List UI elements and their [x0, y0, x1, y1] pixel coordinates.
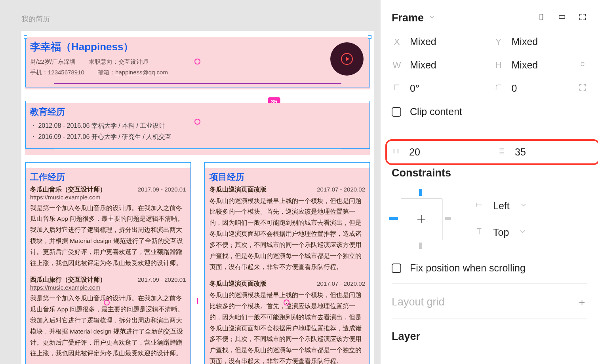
- job1-link[interactable]: https://music.example.com: [30, 194, 101, 201]
- two-column-row[interactable]: 工作经历 冬瓜山音乐（交互设计师） 2017.09 - 2020.01 http…: [21, 168, 374, 364]
- y-label: Y: [493, 37, 504, 47]
- frame-dropdown[interactable]: Frame: [392, 12, 436, 24]
- job2-body: 我是第一个加入冬瓜山音乐的设计师。在我加入之前冬瓜山音乐 App 问题很多，最主…: [30, 293, 186, 359]
- gender-age-loc: 男/22岁/广东深圳: [30, 58, 76, 65]
- proj2-title: 冬瓜山巡演页面改版: [209, 280, 267, 288]
- job1-head: 冬瓜山音乐（交互设计师） 2017.09 - 2020.01: [30, 186, 186, 194]
- education-title: 教育经历: [30, 106, 365, 118]
- job1-date: 2017.09 - 2020.01: [138, 186, 186, 193]
- w-label: W: [392, 60, 402, 70]
- radius-value: 0: [512, 83, 517, 94]
- resume-meta-row2: 手机：12345678910 邮箱：happiness@qq.com: [30, 67, 365, 78]
- h-field[interactable]: H Mixed: [493, 59, 587, 71]
- x-value: Mixed: [410, 36, 436, 47]
- frame-title-label[interactable]: 我的简历: [21, 14, 380, 24]
- vertical-spacing-value: 35: [515, 146, 526, 158]
- svg-rect-1: [559, 15, 565, 18]
- chevron-down-icon: [519, 200, 528, 212]
- frame-section: Frame X Mixed Y Mixed W Mixed: [392, 0, 587, 155]
- vertical-spacing-field[interactable]: 35: [497, 146, 594, 158]
- arrow-horizontal-icon: [475, 200, 484, 212]
- project-column[interactable]: 项目经历 冬瓜山巡演页面改版 2017.07 - 2020.02 冬瓜山的巡演模…: [205, 168, 370, 364]
- layout-grid-title: Layout grid: [392, 296, 445, 308]
- layer-title: Layer: [392, 330, 420, 343]
- job-intent: 求职意向：交互设计师: [89, 58, 148, 65]
- layer-section[interactable]: Layer: [392, 318, 587, 346]
- proj2-body: 冬瓜山的巡演模块是最早上线的一个模块，但也是问题比较多的一个模块。首先，巡演应该…: [209, 290, 366, 364]
- job1-body: 我是第一个加入冬瓜山音乐的设计师。在我加入之前冬瓜山音乐 App 问题很多，最主…: [30, 203, 186, 269]
- radius-field[interactable]: 0: [493, 83, 587, 94]
- proj2-head: 冬瓜山巡演页面改版 2017.07 - 2020.02: [209, 280, 366, 288]
- job2-date: 2017.09 - 2020.01: [138, 276, 186, 283]
- checkbox-icon[interactable]: [392, 264, 401, 273]
- edu-entry-1: ・ 2012.08 - 2016.06 幸福大学 / 本科 / 工业设计: [30, 120, 365, 132]
- horizontal-spacing-value: 20: [409, 146, 420, 158]
- clip-content-label: Clip content: [410, 106, 462, 118]
- canvas-viewport[interactable]: 我的简历 李幸福（Happiness） 男/22岁/广东深圳 求职意向：交互设计…: [0, 0, 380, 364]
- add-layout-grid-button[interactable]: ＋: [577, 296, 587, 309]
- divider-1: [54, 83, 341, 84]
- constraint-widget[interactable]: [392, 190, 451, 249]
- horizontal-spacing-field[interactable]: 20: [391, 146, 489, 158]
- proj1-head: 冬瓜山巡演页面改版 2017.07 - 2020.02: [209, 186, 366, 194]
- divider-2: [54, 148, 341, 149]
- email-label: 邮箱：: [97, 69, 115, 76]
- arrow-vertical-icon: [475, 227, 484, 238]
- w-field[interactable]: W Mixed: [392, 59, 486, 71]
- svg-rect-0: [540, 14, 543, 20]
- radius-icon: [493, 83, 504, 94]
- job2-head: 西瓜山旅行（交互设计师） 2017.09 - 2020.01: [30, 276, 186, 284]
- rotation-value: 0°: [410, 83, 419, 94]
- resize-to-fit-icon[interactable]: [578, 13, 587, 24]
- y-field[interactable]: Y Mixed: [493, 36, 587, 47]
- project-title: 项目经历: [209, 171, 366, 183]
- work-title: 工作经历: [30, 171, 186, 183]
- frame-label: Frame: [392, 12, 424, 24]
- landscape-icon[interactable]: [558, 13, 566, 24]
- lock-aspect-icon[interactable]: [578, 60, 587, 71]
- rotation-field[interactable]: 0°: [392, 83, 486, 94]
- horizontal-constraint-dropdown[interactable]: Left: [475, 200, 528, 212]
- work-column[interactable]: 工作经历 冬瓜山音乐（交互设计师） 2017.09 - 2020.01 http…: [25, 168, 191, 364]
- checkbox-icon[interactable]: [392, 107, 401, 117]
- phone-label: 手机：12345678910: [30, 69, 84, 76]
- layout-grid-section[interactable]: Layout grid ＋: [392, 284, 587, 318]
- vertical-constraint-dropdown[interactable]: Top: [475, 227, 528, 238]
- clip-content-checkbox[interactable]: Clip content: [392, 106, 587, 118]
- chevron-down-icon: [518, 227, 527, 238]
- constraints-section: Constraints Left Top: [392, 155, 587, 284]
- independent-corners-icon[interactable]: [578, 83, 587, 94]
- properties-panel[interactable]: Frame X Mixed Y Mixed W Mixed: [380, 0, 598, 364]
- vertical-spacing-icon: [497, 147, 507, 158]
- job2-link[interactable]: https://music.example.com: [30, 284, 101, 291]
- proj1-title: 冬瓜山巡演页面改版: [209, 186, 267, 194]
- job2-title: 西瓜山旅行（交互设计师）: [30, 276, 106, 284]
- resume-meta-row1: 男/22岁/广东深圳 求职意向：交互设计师: [30, 56, 365, 67]
- h-label: H: [493, 60, 504, 70]
- chevron-down-icon: [428, 12, 436, 24]
- proj1-date: 2017.07 - 2020.02: [317, 186, 365, 193]
- portrait-icon[interactable]: [537, 13, 546, 24]
- education-block[interactable]: 教育经历 ・ 2012.08 - 2016.06 幸福大学 / 本科 / 工业设…: [25, 103, 370, 155]
- vertical-constraint-value: Top: [493, 227, 509, 238]
- avatar[interactable]: [330, 42, 364, 76]
- resume-name: 李幸福（Happiness）: [30, 40, 365, 54]
- y-value: Mixed: [512, 36, 538, 47]
- x-label: X: [392, 37, 402, 47]
- w-value: Mixed: [410, 59, 436, 71]
- x-field[interactable]: X Mixed: [392, 36, 486, 47]
- fix-position-label: Fix position when scrolling: [410, 262, 526, 274]
- fix-position-checkbox[interactable]: Fix position when scrolling: [392, 262, 587, 274]
- horizontal-constraint-value: Left: [493, 200, 510, 212]
- spacing-highlight: 20 35: [385, 139, 598, 165]
- h-value: Mixed: [512, 59, 538, 71]
- proj2-date: 2017.07 - 2020.02: [317, 280, 365, 287]
- proj1-body: 冬瓜山的巡演模块是最早上线的一个模块，但也是问题比较多的一个模块。首先，巡演应该…: [209, 195, 366, 273]
- rotation-icon: [392, 83, 402, 94]
- constraints-title: Constraints: [392, 167, 587, 179]
- email-link[interactable]: happiness@qq.com: [115, 69, 168, 76]
- edu-entry-2: ・ 2016.09 - 2017.06 开心大学 / 研究生 / 人机交互: [30, 131, 365, 143]
- resume-header-block[interactable]: 李幸福（Happiness） 男/22岁/广东深圳 求职意向：交互设计师 手机：…: [25, 37, 370, 89]
- horizontal-spacing-icon: [391, 147, 401, 158]
- resume-frame[interactable]: 李幸福（Happiness） 男/22岁/广东深圳 求职意向：交互设计师 手机：…: [21, 31, 374, 364]
